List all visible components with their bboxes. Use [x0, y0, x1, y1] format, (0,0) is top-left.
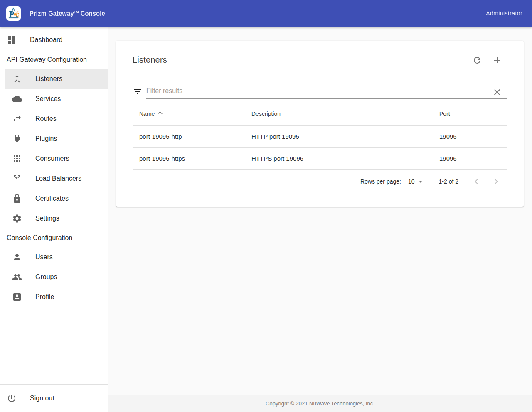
svg-text:P: P	[9, 9, 15, 19]
